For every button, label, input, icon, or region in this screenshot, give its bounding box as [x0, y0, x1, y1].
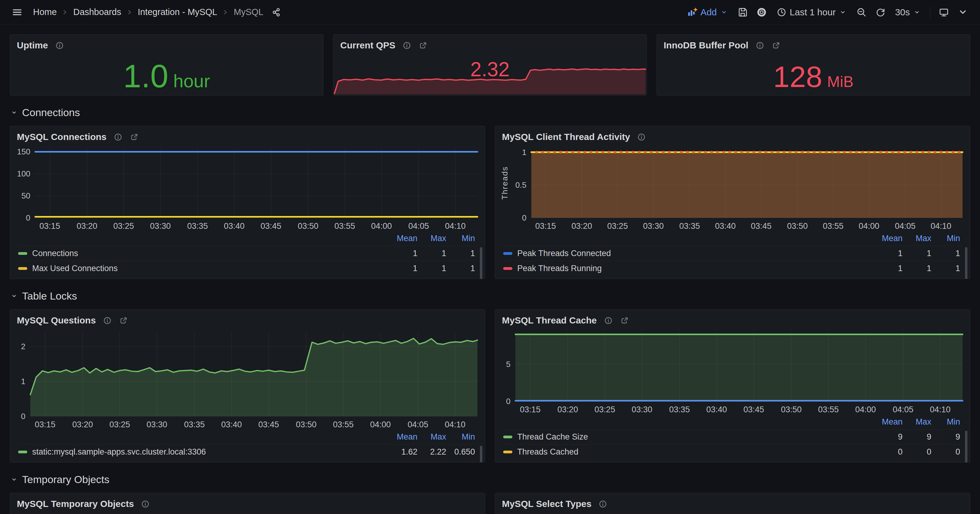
legend-col-min[interactable]: Min — [446, 234, 475, 243]
panel-title: MySQL Questions — [17, 315, 96, 326]
section-temporary-objects[interactable]: Temporary Objects — [10, 474, 970, 485]
settings-gear-icon[interactable] — [754, 4, 770, 20]
breadcrumb-integration-mysql[interactable]: Integration - MySQL — [135, 6, 220, 18]
info-icon[interactable] — [604, 316, 613, 325]
legend-col-max[interactable]: Max — [417, 234, 446, 243]
legend-col-mean[interactable]: Mean — [874, 417, 902, 427]
time-series-plot[interactable] — [515, 332, 963, 401]
series-color-pill — [18, 267, 27, 270]
x-axis: 03:1503:2003:2503:3003:3503:4003:4503:50… — [30, 416, 477, 430]
panel-header[interactable]: MySQL Questions — [10, 310, 485, 328]
legend-scrollbar[interactable] — [965, 431, 967, 463]
y-axis: 00.51 — [511, 148, 531, 218]
legend: Mean Max Min Peak Threads Connected 1 1 … — [495, 232, 970, 279]
menu-icon[interactable] — [9, 4, 25, 20]
series-color-pill — [18, 252, 27, 255]
legend-series-label[interactable]: Threads Cached — [517, 447, 874, 457]
info-icon[interactable] — [402, 41, 412, 50]
legend-min-value: 0.650 — [446, 447, 475, 457]
chevron-down-icon — [913, 8, 921, 16]
panel-header[interactable]: MySQL Select Types — [495, 493, 970, 512]
legend-series-label[interactable]: Thread Cache Size — [517, 432, 874, 442]
share-icon[interactable] — [268, 4, 284, 20]
external-link-icon[interactable] — [418, 41, 428, 50]
external-link-icon[interactable] — [772, 41, 781, 50]
clock-icon — [776, 7, 787, 18]
legend-min-value: 1 — [446, 264, 475, 273]
section-table-locks[interactable]: Table Locks — [10, 290, 970, 302]
legend-col-mean[interactable]: Mean — [389, 432, 417, 442]
legend-col-min[interactable]: Min — [446, 432, 475, 442]
legend-series-label[interactable]: Connections — [32, 249, 389, 258]
panel-header[interactable]: InnoDB Buffer Pool — [657, 35, 970, 53]
panel-header[interactable]: MySQL Connections — [10, 126, 485, 145]
time-series-plot[interactable] — [35, 148, 477, 218]
legend-series-label[interactable]: static:mysql.sample-apps.svc.cluster.loc… — [32, 447, 389, 457]
info-icon[interactable] — [140, 499, 150, 509]
legend-row: Thread Cache Size 9 9 9 — [503, 429, 962, 444]
panel-title: Uptime — [17, 40, 48, 51]
chevron-down-icon — [720, 8, 728, 16]
panel-innodb-buffer-pool: InnoDB Buffer Pool 128 MiB — [657, 34, 970, 95]
legend: Mean Max Min static:mysql.sample-apps.sv… — [10, 430, 485, 462]
legend-scrollbar[interactable] — [965, 247, 967, 279]
tv-mode-icon[interactable] — [936, 4, 952, 20]
legend-mean-value: 1 — [389, 249, 417, 258]
chart-area: 012 03:1503:2003:2503:3003:3503:4003:450… — [10, 328, 485, 430]
time-range-picker[interactable]: Last 1 hour — [773, 5, 850, 20]
legend-scrollbar[interactable] — [480, 446, 482, 463]
panel-header[interactable]: Uptime — [10, 35, 323, 53]
panel-title: MySQL Connections — [17, 132, 107, 142]
legend: Mean Max Min Connections 1 1 1 Max Used … — [10, 232, 485, 279]
series-color-pill — [503, 252, 512, 255]
panel-header[interactable]: MySQL Client Thread Activity — [495, 126, 970, 145]
legend-max-value: 1 — [902, 249, 931, 258]
breadcrumb-home[interactable]: Home — [30, 6, 59, 18]
section-title: Table Locks — [22, 290, 77, 302]
external-link-icon[interactable] — [130, 132, 139, 142]
legend-header: Mean Max Min — [503, 415, 962, 429]
info-icon[interactable] — [755, 41, 765, 50]
legend-col-min[interactable]: Min — [931, 417, 960, 427]
time-series-plot[interactable] — [30, 332, 477, 416]
legend-series-label[interactable]: Max Used Connections — [32, 264, 389, 273]
time-range-label: Last 1 hour — [790, 7, 836, 18]
external-link-icon[interactable] — [119, 316, 128, 325]
panel-title: MySQL Client Thread Activity — [502, 132, 630, 142]
panel-header[interactable]: MySQL Temporary Objects — [10, 493, 485, 512]
legend-col-mean[interactable]: Mean — [874, 234, 902, 243]
legend-header: Mean Max Min — [18, 430, 477, 444]
y-axis: 05 — [498, 332, 515, 401]
legend-scrollbar[interactable] — [480, 247, 482, 279]
refresh-interval-picker[interactable]: 30s — [891, 5, 924, 20]
panel-uptime: Uptime 1.0 hour — [10, 34, 323, 95]
chevron-down-icon[interactable] — [955, 4, 971, 20]
section-connections[interactable]: Connections — [10, 107, 970, 119]
zoom-out-icon[interactable] — [854, 4, 869, 20]
legend-series-label[interactable]: Peak Threads Running — [517, 264, 874, 273]
legend-col-max[interactable]: Max — [902, 417, 931, 427]
refresh-icon[interactable] — [872, 4, 888, 20]
legend-mean-value: 1 — [874, 264, 902, 273]
info-icon[interactable] — [637, 132, 646, 142]
info-icon[interactable] — [55, 41, 64, 50]
legend-col-max[interactable]: Max — [417, 432, 446, 442]
external-link-icon[interactable] — [620, 316, 629, 325]
save-dashboard-icon[interactable] — [735, 4, 751, 20]
panel-header[interactable]: Current QPS — [334, 35, 646, 53]
legend-col-max[interactable]: Max — [902, 234, 931, 243]
legend-col-min[interactable]: Min — [931, 234, 960, 243]
legend-header: Mean Max Min — [18, 232, 477, 246]
info-icon[interactable] — [113, 132, 123, 142]
legend-series-label[interactable]: Peak Threads Connected — [517, 249, 874, 258]
legend-min-value: 1 — [931, 264, 960, 273]
legend-min-value: 9 — [931, 432, 960, 442]
time-series-plot[interactable] — [531, 148, 963, 218]
breadcrumb-dashboards[interactable]: Dashboards — [71, 6, 123, 18]
panel-header[interactable]: MySQL Thread Cache — [495, 310, 970, 328]
legend-col-mean[interactable]: Mean — [389, 234, 417, 243]
info-icon[interactable] — [103, 316, 112, 325]
chart-area: 05 03:1503:2003:2503:3003:3503:4003:4503… — [495, 328, 970, 415]
info-icon[interactable] — [598, 499, 608, 509]
add-button[interactable]: Add — [683, 5, 731, 20]
